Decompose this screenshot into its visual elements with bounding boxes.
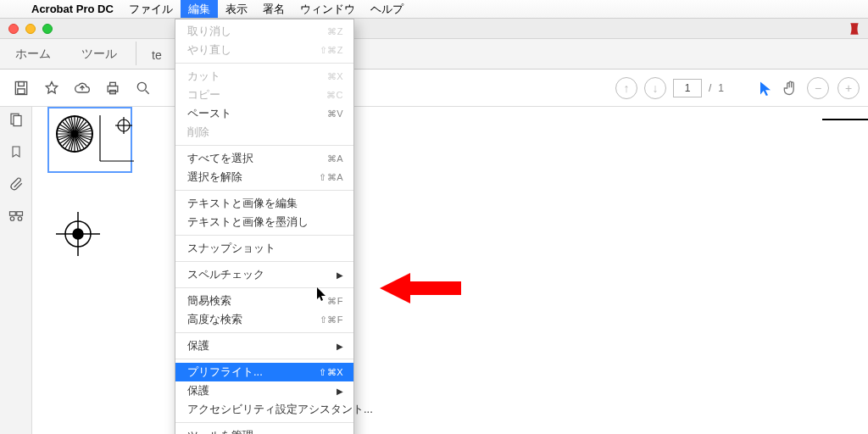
page-total: 1 (718, 82, 724, 94)
main-toolbar: ↑ ↓ 1 / 1 − + (0, 70, 868, 107)
tab-document[interactable]: te (140, 42, 174, 69)
menu-item-shortcut: ⌘Z (327, 26, 343, 37)
menu-item[interactable]: ツールを管理 (175, 426, 353, 434)
svg-point-41 (73, 229, 83, 239)
thumbnail-2[interactable] (47, 200, 132, 266)
svg-point-13 (18, 217, 22, 221)
menu-item-label: すべてを選択 (187, 151, 253, 166)
svg-rect-1 (19, 81, 25, 86)
thumbnail-1[interactable] (47, 107, 132, 173)
menu-item: やり直し⇧⌘Z (175, 41, 353, 59)
svg-point-12 (10, 217, 14, 221)
menubar-item-sign[interactable]: 署名 (255, 0, 292, 18)
minimize-window-button[interactable] (25, 24, 36, 34)
star-icon[interactable] (39, 75, 64, 101)
menu-item-label: プリフライト... (187, 364, 263, 380)
menu-item[interactable]: スナップショット (175, 239, 353, 258)
fullscreen-window-button[interactable] (42, 24, 53, 34)
menu-item: 削除 (175, 123, 353, 142)
menu-item-shortcut: ⇧⌘X (319, 367, 343, 378)
menu-item-shortcut: ⌘C (326, 90, 343, 101)
mac-menubar: Acrobat Pro DC ファイル 編集 表示 署名 ウィンドウ ヘルプ (0, 0, 868, 19)
thumbnails-icon[interactable] (8, 112, 24, 127)
attachment-icon[interactable] (8, 176, 24, 192)
callout-arrow-icon (380, 271, 461, 305)
menu-item[interactable]: 保護▶ (175, 381, 353, 400)
menu-item-label: ツールを管理 (187, 428, 253, 434)
zoom-out-button[interactable]: − (807, 77, 829, 99)
menu-item-label: テキストと画像を墨消し (187, 214, 309, 230)
menubar-item-window[interactable]: ウィンドウ (292, 0, 363, 18)
menu-item-label: ペースト (187, 106, 231, 121)
close-window-button[interactable] (8, 24, 19, 34)
menu-item-label: スペルチェック (187, 267, 264, 282)
menu-item-label: 取り消し (187, 24, 231, 39)
svg-point-32 (71, 131, 78, 137)
menu-item[interactable]: 簡易検索⌘F (175, 292, 353, 310)
menu-item-label: テキストと画像を編集 (187, 196, 298, 211)
menu-item-label: カット (187, 69, 220, 84)
menubar-item-edit[interactable]: 編集 (181, 0, 218, 18)
menu-item-label: 保護 (187, 383, 209, 398)
svg-rect-2 (18, 88, 25, 93)
print-icon[interactable] (100, 75, 125, 101)
submenu-arrow-icon: ▶ (337, 270, 343, 280)
menu-item[interactable]: すべてを選択⌘A (175, 149, 353, 168)
svg-rect-10 (9, 212, 15, 216)
menu-item[interactable]: 選択を解除⇧⌘A (175, 168, 353, 186)
menu-item[interactable]: アクセシビリティ設定アシスタント... (175, 400, 353, 419)
menubar-item-help[interactable]: ヘルプ (363, 0, 411, 18)
preflight-panel-icon[interactable] (8, 209, 25, 224)
svg-marker-42 (380, 273, 461, 303)
menubar-item-file[interactable]: ファイル (121, 0, 181, 18)
menu-item-shortcut: ⇧⌘Z (320, 45, 343, 56)
menu-item-label: 保護 (187, 338, 209, 353)
menu-item[interactable]: 保護▶ (175, 337, 353, 355)
tab-tools[interactable]: ツール (66, 40, 132, 69)
cloud-upload-icon[interactable] (70, 75, 95, 101)
menubar-app[interactable]: Acrobat Pro DC (24, 0, 121, 18)
cursor-tool-icon[interactable] (758, 81, 773, 96)
menu-item[interactable]: テキストと画像を編集 (175, 194, 353, 213)
window-titlebar (0, 19, 868, 39)
page-up-button[interactable]: ↑ (615, 77, 637, 99)
submenu-arrow-icon: ▶ (337, 387, 343, 396)
menu-item-label: 選択を解除 (187, 170, 242, 185)
menu-item[interactable]: 高度な検索⇧⌘F (175, 310, 353, 329)
menu-item-shortcut: ⌘A (327, 153, 343, 164)
menu-item-shortcut: ⌘V (327, 108, 343, 120)
menu-item-label: やり直し (187, 42, 231, 58)
search-icon[interactable] (131, 75, 156, 101)
menu-item[interactable]: プリフライト...⇧⌘X (175, 363, 353, 381)
bookmark-icon[interactable] (9, 144, 23, 159)
menu-item: コピー⌘C (175, 86, 353, 104)
doc-rule (822, 119, 868, 120)
menu-item-shortcut: ⌘F (327, 296, 343, 307)
menubar-item-view[interactable]: 表示 (218, 0, 255, 18)
menu-item-shortcut: ⇧⌘A (319, 172, 343, 183)
acrobat-icon (848, 22, 861, 36)
save-icon[interactable] (8, 75, 34, 101)
menu-item[interactable]: テキストと画像を墨消し (175, 213, 353, 231)
hand-tool-icon[interactable] (782, 80, 798, 97)
menu-item-shortcut: ⌘X (327, 71, 343, 82)
tab-divider (136, 42, 136, 65)
left-rail (0, 107, 32, 434)
menu-item-label: アクセシビリティ設定アシスタント... (187, 402, 373, 417)
menu-item: カット⌘X (175, 67, 353, 86)
menu-item-label: スナップショット (187, 241, 275, 256)
zoom-in-button[interactable]: + (837, 77, 860, 99)
page-number-input[interactable]: 1 (673, 79, 702, 97)
page-sep: / (709, 82, 711, 94)
svg-line-7 (146, 90, 149, 93)
menu-item[interactable]: スペルチェック▶ (175, 265, 353, 284)
menu-item-label: コピー (187, 87, 220, 103)
view-tools: − + (758, 70, 860, 106)
tab-home[interactable]: ホーム (0, 40, 66, 69)
svg-rect-4 (110, 82, 116, 86)
menu-item-label: 削除 (187, 125, 209, 140)
page-down-button[interactable]: ↓ (644, 77, 666, 99)
menu-item[interactable]: ペースト⌘V (175, 104, 353, 123)
svg-rect-9 (14, 116, 21, 126)
menu-item: 取り消し⌘Z (175, 22, 353, 41)
